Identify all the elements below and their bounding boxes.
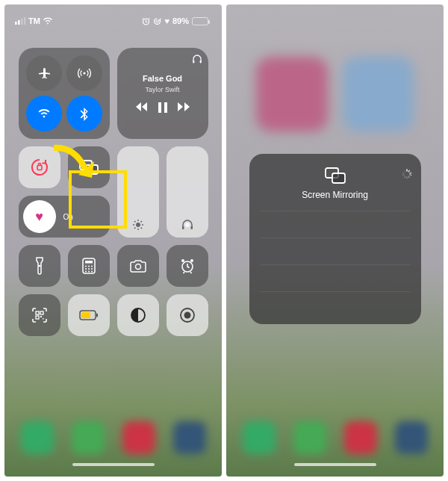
signal-icon: [15, 17, 26, 25]
dark-mode-tile[interactable]: [117, 294, 159, 336]
svg-point-28: [91, 271, 93, 273]
screen-mirroring-panel[interactable]: Screen Mirroring: [249, 154, 421, 324]
svg-point-17: [38, 265, 40, 267]
svg-rect-37: [43, 318, 44, 320]
play-pause-button[interactable]: [158, 102, 167, 113]
screen-record-tile[interactable]: [167, 294, 208, 336]
volume-slider[interactable]: [167, 146, 208, 238]
wifi-icon: [43, 17, 53, 25]
calculator-icon: [82, 258, 96, 274]
list-item[interactable]: [260, 264, 411, 291]
svg-rect-2: [21, 19, 23, 25]
svg-rect-34: [40, 311, 43, 314]
svg-point-21: [88, 266, 90, 267]
wifi-toggle[interactable]: [26, 96, 62, 131]
low-power-icon: [79, 310, 99, 320]
bluetooth-toggle[interactable]: [66, 96, 102, 131]
lock-rotation-icon: [153, 17, 161, 25]
cellular-toggle[interactable]: [66, 55, 102, 91]
svg-point-31: [181, 259, 184, 262]
brightness-slider[interactable]: [117, 146, 159, 238]
carrier-label: TM: [28, 16, 40, 25]
svg-rect-16: [190, 226, 193, 229]
airplane-icon: [37, 66, 52, 81]
svg-point-43: [184, 312, 190, 319]
camera-icon: [130, 259, 146, 273]
battery-icon: [192, 17, 208, 25]
rotation-lock-tile[interactable]: [19, 146, 60, 188]
loading-spinner-icon: [402, 169, 412, 179]
svg-point-14: [136, 223, 140, 227]
blurred-background-widgets: [256, 57, 414, 131]
qr-scan-icon: [31, 307, 48, 323]
control-center-screenshot: TM ♥ 89%: [4, 4, 222, 477]
svg-point-20: [85, 266, 87, 267]
media-title: False God: [143, 74, 182, 83]
headphones-icon: [185, 223, 190, 227]
focus-tile[interactable]: ♥ On: [19, 196, 110, 238]
svg-rect-33: [36, 311, 39, 314]
svg-point-29: [135, 264, 140, 270]
svg-point-23: [85, 268, 87, 270]
alarm-icon: [142, 17, 150, 25]
svg-rect-5: [156, 20, 158, 22]
dark-mode-icon: [130, 307, 146, 323]
screen-mirroring-icon: [325, 167, 346, 184]
screen-mirroring-icon: [79, 160, 99, 175]
screen-mirroring-title: Screen Mirroring: [302, 190, 368, 200]
svg-rect-8: [199, 60, 201, 63]
mirror-device-list: [260, 211, 411, 318]
svg-rect-1: [18, 20, 20, 25]
list-item[interactable]: [260, 211, 411, 238]
clock-icon: [179, 258, 196, 274]
svg-rect-36: [40, 316, 42, 317]
list-item[interactable]: [260, 238, 411, 264]
dock-blurred: [243, 421, 428, 454]
audio-output-icon[interactable]: [192, 54, 202, 64]
bluetooth-icon: [77, 106, 92, 121]
dock-blurred: [21, 421, 206, 454]
screen-mirroring-screenshot: Screen Mirroring: [226, 4, 444, 477]
svg-rect-35: [36, 316, 39, 319]
svg-point-27: [88, 271, 90, 273]
svg-point-25: [91, 268, 93, 270]
media-tile[interactable]: False God Taylor Swift: [117, 48, 208, 139]
brightness-icon: [136, 223, 140, 227]
media-artist: Taylor Swift: [145, 86, 179, 93]
svg-rect-13: [86, 165, 98, 174]
wifi-icon: [37, 106, 52, 121]
flashlight-icon: [34, 257, 45, 275]
alarm-tile[interactable]: [167, 245, 208, 287]
antenna-icon: [77, 66, 92, 81]
svg-rect-40: [81, 312, 90, 318]
battery-percent-label: 89%: [172, 16, 189, 25]
previous-track-button[interactable]: [136, 102, 148, 113]
list-item[interactable]: [260, 291, 411, 318]
svg-rect-3: [24, 17, 26, 25]
connectivity-tile[interactable]: [19, 48, 110, 139]
low-power-tile[interactable]: [68, 294, 110, 336]
svg-rect-15: [182, 226, 184, 229]
svg-rect-0: [15, 22, 17, 25]
svg-rect-9: [158, 102, 161, 113]
svg-rect-39: [96, 314, 98, 317]
next-track-button[interactable]: [178, 102, 190, 113]
svg-point-32: [190, 259, 193, 262]
svg-point-26: [85, 271, 87, 273]
screen-mirroring-tile[interactable]: [68, 146, 110, 188]
qr-scan-tile[interactable]: [19, 294, 60, 336]
svg-rect-10: [164, 102, 167, 113]
svg-point-6: [83, 72, 85, 74]
heart-icon: ♥: [164, 16, 169, 25]
svg-rect-45: [332, 173, 345, 183]
camera-tile[interactable]: [117, 245, 159, 287]
focus-heart-icon: ♥: [23, 200, 56, 233]
svg-rect-11: [37, 166, 42, 170]
rotation-lock-icon: [30, 158, 49, 177]
calculator-tile[interactable]: [68, 245, 110, 287]
screen-record-icon: [179, 307, 196, 323]
flashlight-tile[interactable]: [19, 245, 60, 287]
airplane-toggle[interactable]: [26, 55, 62, 91]
focus-status-label: On: [63, 213, 73, 221]
svg-rect-19: [85, 261, 93, 264]
